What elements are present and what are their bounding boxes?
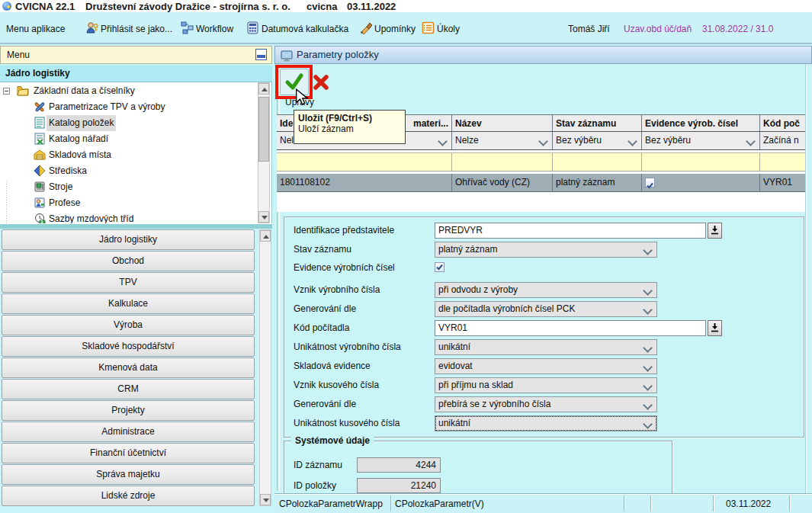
check-icon — [435, 263, 444, 271]
chevron-down-icon[interactable] — [643, 245, 653, 255]
status-date: 03.11.2022 — [726, 498, 794, 511]
module-kalkulace[interactable]: Kalkulace — [2, 293, 255, 314]
module-lidske-zdroje[interactable]: Lidské zdroje — [2, 486, 255, 506]
workflow-button[interactable]: Workflow — [196, 22, 233, 36]
tree-item-katalog-naradi[interactable]: Katalog nářadí — [0, 131, 259, 147]
tasks-button[interactable]: Úkoly — [437, 22, 460, 36]
tree-scroll-down-icon[interactable] — [258, 211, 269, 223]
detail-right-edge — [805, 64, 807, 493]
kod-pocitadla-input[interactable]: VYR01 — [435, 320, 706, 336]
tree-scroll-up-icon[interactable] — [258, 83, 269, 95]
check-icon — [646, 181, 654, 190]
tree-item-profese[interactable]: Profese — [0, 195, 259, 211]
tree-item-parametrizace[interactable]: Parametrizace TPV a výroby — [0, 99, 259, 115]
login-as-button[interactable]: Přihlásit se jako... — [101, 22, 172, 36]
module-vyroba[interactable]: Výroba — [2, 315, 255, 335]
left-panel-splitter[interactable] — [0, 223, 272, 229]
column-header-nazev[interactable]: Název — [452, 115, 553, 131]
search-identifikace-input[interactable] — [277, 153, 452, 171]
chevron-down-icon[interactable] — [643, 381, 653, 391]
menu-collapse-icon[interactable] — [255, 49, 267, 60]
tree-item-strediska[interactable]: Střediska — [0, 163, 259, 179]
tree-expander-icon[interactable] — [3, 88, 10, 95]
field-label: Stav záznamu — [294, 244, 351, 255]
chevron-down-icon[interactable] — [746, 136, 756, 146]
machines-icon — [34, 181, 46, 193]
filter-evidence-dropdown[interactable]: Bez výběru — [642, 132, 760, 149]
tree-item-sazby[interactable]: $ Sazby mzdových tříd — [0, 211, 259, 223]
filter-stav-dropdown[interactable]: Bez výběru — [553, 132, 642, 149]
accordion-scroll-down-icon[interactable] — [260, 494, 271, 505]
application-window: CVICNA 22.1 Družstevní závody Dražice - … — [0, 0, 812, 513]
cell-kod[interactable]: VYR01 — [760, 174, 806, 191]
chevron-down-icon[interactable] — [643, 286, 653, 296]
reminders-icon — [359, 21, 372, 34]
module-obchod[interactable]: Obchod — [2, 251, 255, 271]
evidence-checkbox[interactable] — [645, 178, 655, 188]
tree-item-skladova-mista[interactable]: Skladová místa — [0, 147, 259, 163]
wage-rates-icon: $ — [34, 213, 46, 223]
field-label: Vznik kusového čísla — [294, 380, 379, 390]
chevron-down-icon[interactable] — [643, 400, 653, 410]
chevron-down-icon[interactable] — [438, 136, 448, 146]
column-header-kod[interactable]: Kód poč — [760, 115, 806, 131]
chevron-down-icon[interactable] — [627, 136, 637, 146]
cancel-button[interactable] — [312, 73, 330, 91]
module-administrace[interactable]: Administrace — [2, 422, 255, 442]
generovani-dle-kusove-select[interactable]: přebírá se z výrobního čísla — [435, 396, 657, 412]
generovani-dle-select[interactable]: dle počítadla výrobních čísel PCK — [435, 301, 657, 317]
module-jadro-logistiky[interactable]: Jádro logistiky — [2, 229, 255, 250]
module-financni-ucetnictvi[interactable]: Finanční účetnictví — [2, 443, 255, 463]
grid-data-row[interactable]: 1801108102 Ohřívač vody (CZ) platný zázn… — [277, 174, 806, 192]
accordion-scrollbar[interactable] — [259, 229, 271, 506]
vznik-kusoveho-cisla-select[interactable]: při příjmu na sklad — [435, 377, 657, 393]
chevron-down-icon[interactable] — [643, 362, 653, 372]
tree-scrollbar[interactable] — [258, 82, 270, 223]
module-projekty[interactable]: Projekty — [2, 400, 255, 421]
accordion-scroll-up-icon[interactable] — [260, 230, 271, 242]
module-kmenova-data[interactable]: Kmenová data — [2, 357, 255, 378]
reminders-button[interactable]: Upomínky — [374, 22, 416, 36]
chevron-down-icon[interactable] — [643, 343, 653, 353]
search-nazev-input[interactable] — [452, 153, 553, 171]
menu-panel-caption: Menu — [0, 46, 272, 64]
cell-identifikace[interactable]: 1801108102 — [277, 174, 452, 191]
module-skladove-hospodarstvi[interactable]: Skladové hospodářství — [2, 336, 255, 357]
lookup-button[interactable] — [708, 223, 722, 239]
chevron-down-icon[interactable] — [643, 419, 653, 429]
menu-group-header: Jádro logistiky — [0, 66, 272, 82]
skladova-evidence-select[interactable]: evidovat — [435, 358, 657, 374]
stav-zaznamu-select[interactable]: platný záznam — [435, 242, 657, 258]
tools-icon — [34, 101, 46, 113]
cell-evidence[interactable] — [642, 174, 760, 191]
filter-nazev-dropdown[interactable]: Nelze — [452, 132, 553, 149]
search-kod-input[interactable] — [760, 153, 806, 171]
cell-nazev[interactable]: Ohřívač vody (CZ) — [452, 174, 553, 191]
tooltip-body: Uloží záznam — [298, 123, 401, 134]
filter-kod-dropdown[interactable]: Začíná n — [760, 132, 806, 149]
vznik-vyrobniho-cisla-select[interactable]: při odvodu z výroby — [435, 282, 657, 298]
tree-item-stroje[interactable]: Stroje — [0, 179, 259, 195]
unikatnost-kusoveho-cisla-select[interactable]: unikátní — [435, 415, 657, 431]
unikatnost-vyrobniho-cisla-select[interactable]: unikátní — [435, 339, 657, 355]
column-header-stav[interactable]: Stav záznamu — [553, 115, 642, 131]
tree-scroll-thumb[interactable] — [258, 97, 269, 162]
evidence-vyrobnich-cisel-checkbox[interactable] — [435, 262, 445, 272]
chevron-down-icon[interactable] — [643, 305, 653, 315]
chevron-down-icon[interactable] — [538, 136, 548, 146]
date-calculator-button[interactable]: Datumová kalkulačka — [262, 22, 348, 36]
identifikace-predstavitele-input[interactable]: PREDVYR — [435, 223, 706, 239]
module-tpv[interactable]: TPV — [2, 272, 255, 293]
centers-icon — [34, 165, 46, 177]
tree-item-katalog-polozek[interactable]: Katalog položek — [0, 115, 259, 131]
menu-aplikace-button[interactable]: Menu aplikace — [6, 22, 65, 36]
search-stav-input[interactable] — [553, 153, 642, 171]
cell-stav[interactable]: platný záznam — [553, 174, 642, 191]
tooltip: Uložit (F9/Ctrl+S) Uloží záznam — [294, 110, 406, 144]
search-evidence-input[interactable] — [642, 153, 760, 171]
tree-root-node[interactable]: Základní data a číselníky — [0, 83, 259, 99]
module-sprava-majetku[interactable]: Správa majetku — [2, 464, 255, 485]
lookup-button[interactable] — [708, 320, 722, 336]
module-crm[interactable]: CRM — [2, 379, 255, 399]
column-header-evidence[interactable]: Evidence výrob. čísel — [642, 115, 760, 131]
